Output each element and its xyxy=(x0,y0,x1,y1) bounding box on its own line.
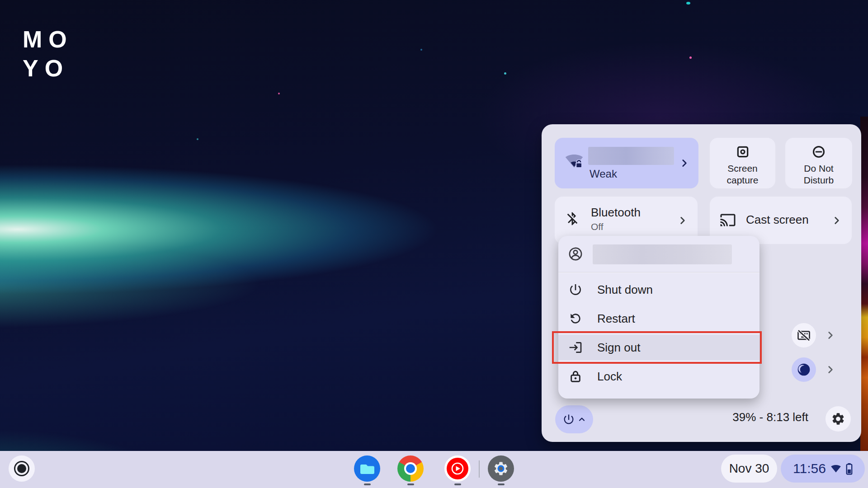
logo-line-2: YO xyxy=(23,54,73,83)
redacted-account-name xyxy=(593,244,732,264)
menu-item-shut-down[interactable]: Shut down xyxy=(558,277,760,302)
restart-icon xyxy=(568,311,583,326)
menu-divider xyxy=(558,272,760,272)
wifi-status-icon xyxy=(830,464,842,474)
chevron-right-icon[interactable] xyxy=(825,364,836,375)
keyboard-off-icon xyxy=(797,328,811,342)
on-screen-keyboard-button[interactable] xyxy=(792,323,816,347)
do-not-disturb-icon xyxy=(811,145,826,159)
bluetooth-off-icon xyxy=(565,210,580,227)
account-circle-icon xyxy=(568,246,583,262)
chevron-right-icon[interactable] xyxy=(825,329,836,341)
power-menu-button[interactable] xyxy=(555,405,593,433)
files-app-button[interactable] xyxy=(354,455,380,482)
menu-item-label: Restart xyxy=(597,312,635,326)
network-status-label: Weak xyxy=(590,168,617,180)
chevron-right-icon[interactable] xyxy=(679,157,690,169)
running-app-indicator xyxy=(407,483,414,485)
wallpaper-speck xyxy=(504,72,506,75)
date-pill[interactable]: Nov 30 xyxy=(721,455,777,483)
youtube-music-app-button[interactable] xyxy=(444,455,471,482)
network-tile[interactable]: Weak xyxy=(555,138,698,188)
menu-item-label: Sign out xyxy=(597,341,640,355)
chrome-app-button[interactable] xyxy=(397,455,424,482)
running-app-indicator xyxy=(454,483,461,485)
bluetooth-status: Off xyxy=(591,221,604,232)
power-menu-popup: Shut down Restart Sign out Lock xyxy=(558,236,760,399)
wallpaper-speck xyxy=(420,49,422,51)
screen-capture-label: Screen capture xyxy=(718,163,768,186)
launcher-icon xyxy=(17,464,26,473)
dark-theme-button[interactable] xyxy=(792,357,816,382)
cast-screen-label: Cast screen xyxy=(746,213,809,227)
shelf-separator xyxy=(479,460,480,478)
wifi-lock-icon xyxy=(564,152,585,171)
gear-icon xyxy=(831,412,845,426)
menu-item-lock[interactable]: Lock xyxy=(558,364,760,389)
sign-out-icon xyxy=(568,340,583,355)
redacted-network-name xyxy=(588,147,674,165)
running-app-indicator xyxy=(498,483,505,485)
battery-status-label: 39% - 8:13 left xyxy=(732,410,808,424)
account-row xyxy=(558,236,760,272)
wallpaper-speck xyxy=(689,56,692,59)
power-icon xyxy=(568,282,583,297)
power-icon xyxy=(562,413,575,426)
launcher-button[interactable] xyxy=(9,455,35,482)
running-app-indicator xyxy=(364,483,371,485)
logo-line-1: MO xyxy=(23,25,73,54)
youtube-music-icon xyxy=(444,455,471,482)
screen-capture-tile[interactable]: Screen capture xyxy=(710,138,775,188)
files-icon xyxy=(354,455,380,482)
menu-item-label: Lock xyxy=(597,370,622,384)
wallpaper-speck xyxy=(278,93,280,94)
screen-capture-icon xyxy=(736,145,750,159)
shelf-taskbar: Nov 30 11:56 xyxy=(0,451,868,488)
chevron-up-icon xyxy=(577,415,586,424)
wallpaper-speck xyxy=(197,138,198,140)
status-tray-pill[interactable]: 11:56 xyxy=(781,455,865,483)
chevron-right-icon[interactable] xyxy=(677,215,689,226)
menu-item-sign-out[interactable]: Sign out xyxy=(558,335,760,360)
dark-theme-moon-icon xyxy=(797,362,811,377)
do-not-disturb-tile[interactable]: Do Not Disturb xyxy=(785,138,852,188)
wallpaper-speck xyxy=(686,2,690,5)
date-label: Nov 30 xyxy=(729,461,769,476)
bluetooth-label: Bluetooth xyxy=(591,206,641,220)
moyo-watermark-logo: MO YO xyxy=(23,25,73,83)
settings-button[interactable] xyxy=(826,406,851,432)
lock-icon xyxy=(568,369,583,384)
chevron-right-icon[interactable] xyxy=(831,215,843,226)
settings-app-button[interactable] xyxy=(488,455,514,482)
menu-item-label: Shut down xyxy=(597,283,653,297)
settings-app-icon xyxy=(488,455,514,482)
chrome-icon-center xyxy=(406,464,415,473)
time-label: 11:56 xyxy=(793,461,826,476)
do-not-disturb-label: Do Not Disturb xyxy=(798,163,840,186)
menu-item-restart[interactable]: Restart xyxy=(558,306,760,331)
cast-icon xyxy=(720,212,736,228)
battery-status-icon xyxy=(846,463,853,475)
wallpaper-color-strip xyxy=(860,117,868,451)
